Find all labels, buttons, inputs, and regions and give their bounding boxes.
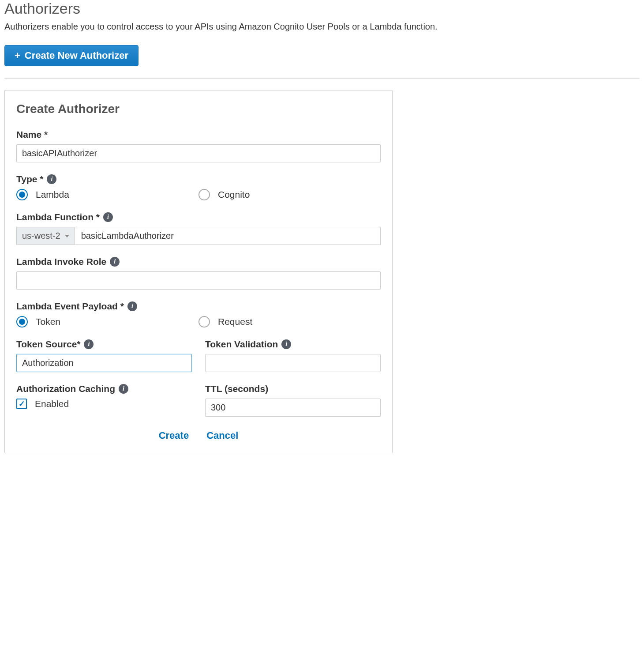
auth-caching-checkbox[interactable]: ✓: [16, 399, 27, 409]
info-icon[interactable]: i: [103, 212, 113, 222]
type-label: Type * i: [16, 174, 381, 184]
auth-caching-label: Authorization Caching i: [16, 384, 192, 394]
token-source-input[interactable]: [16, 354, 192, 372]
type-cognito-label: Cognito: [218, 189, 250, 200]
cancel-button[interactable]: Cancel: [206, 430, 238, 441]
page-title: Authorizers: [4, 0, 640, 17]
lambda-function-input[interactable]: [75, 227, 380, 245]
ttl-label: TTL (seconds): [205, 384, 381, 394]
name-input[interactable]: [16, 144, 381, 162]
token-validation-input[interactable]: [205, 354, 381, 372]
caret-down-icon: [65, 235, 69, 237]
invoke-role-label: Lambda Invoke Role i: [16, 256, 381, 267]
auth-caching-enabled-label: Enabled: [35, 399, 69, 409]
create-new-authorizer-button[interactable]: + Create New Authorizer: [4, 45, 139, 66]
create-new-authorizer-label: Create New Authorizer: [25, 50, 128, 61]
page-description: Authorizers enable you to control access…: [4, 22, 640, 32]
payload-token-label: Token: [36, 316, 60, 327]
plus-icon: +: [15, 50, 20, 61]
lambda-function-label: Lambda Function * i: [16, 212, 381, 222]
card-title: Create Authorizer: [16, 102, 381, 116]
payload-request-radio[interactable]: [198, 316, 210, 327]
token-source-label: Token Source* i: [16, 339, 192, 350]
type-lambda-label: Lambda: [36, 189, 69, 200]
divider: [4, 78, 640, 79]
ttl-input[interactable]: [205, 399, 381, 417]
info-icon[interactable]: i: [281, 339, 291, 349]
info-icon[interactable]: i: [110, 257, 120, 267]
event-payload-label: Lambda Event Payload * i: [16, 301, 381, 312]
info-icon[interactable]: i: [84, 339, 94, 349]
info-icon[interactable]: i: [127, 301, 137, 311]
type-cognito-radio[interactable]: [198, 189, 210, 200]
info-icon[interactable]: i: [47, 174, 56, 184]
info-icon[interactable]: i: [119, 384, 128, 394]
name-label: Name *: [16, 129, 381, 140]
create-button[interactable]: Create: [159, 430, 189, 441]
token-validation-label: Token Validation i: [205, 339, 381, 350]
payload-token-radio[interactable]: [16, 316, 28, 327]
payload-request-label: Request: [218, 316, 252, 327]
region-value: us-west-2: [22, 231, 60, 241]
create-authorizer-card: Create Authorizer Name * Type * i Lambda…: [4, 90, 393, 453]
checkmark-icon: ✓: [19, 399, 25, 409]
invoke-role-input[interactable]: [16, 271, 381, 290]
type-lambda-radio[interactable]: [16, 189, 28, 200]
region-select[interactable]: us-west-2: [17, 227, 75, 245]
